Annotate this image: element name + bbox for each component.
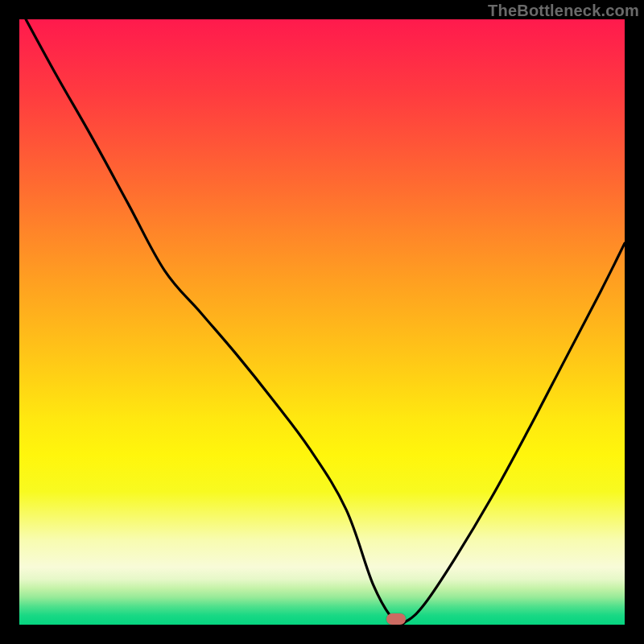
curve-svg [19, 19, 625, 625]
bottleneck-curve [19, 19, 625, 625]
chart-frame: TheBottleneck.com [0, 0, 644, 644]
optimal-point-marker [386, 613, 406, 625]
plot-area [19, 19, 625, 625]
watermark-text: TheBottleneck.com [488, 2, 639, 20]
